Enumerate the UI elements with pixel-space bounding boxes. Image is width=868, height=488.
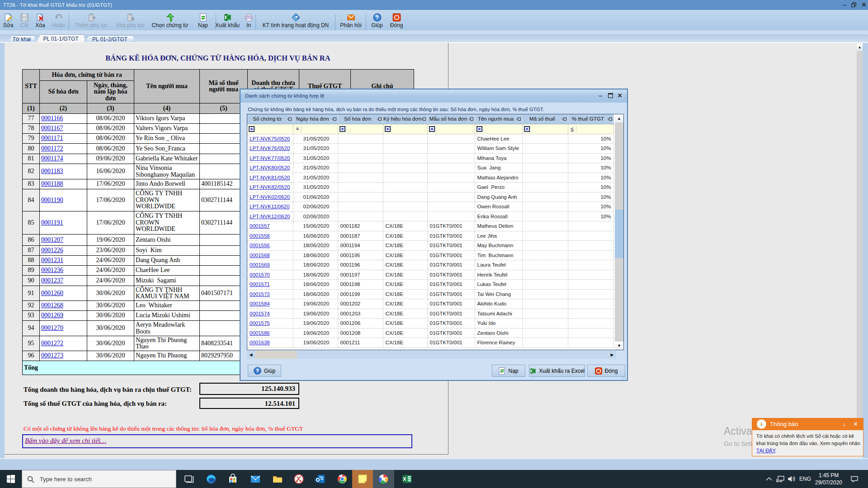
svg-text:?: ? (256, 368, 259, 374)
svg-text:?: ? (375, 14, 379, 21)
